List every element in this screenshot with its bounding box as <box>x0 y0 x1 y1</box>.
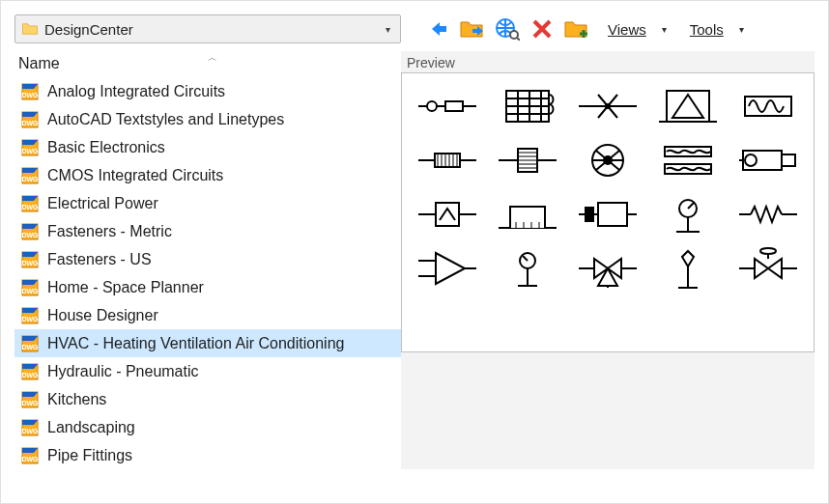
new-folder-button[interactable] <box>563 15 590 42</box>
list-item[interactable]: DWG Fasteners - Metric <box>14 217 401 245</box>
list-item[interactable]: DWG AutoCAD Textstyles and Linetypes <box>14 105 401 133</box>
preview-symbol[interactable] <box>497 247 558 290</box>
list-item[interactable]: DWG HVAC - Heating Ventilation Air Condi… <box>14 329 401 357</box>
dwg-icon: DWG <box>20 418 40 437</box>
svg-rect-42 <box>436 154 459 166</box>
designcenter-window: DesignCenter ▾ <box>0 0 829 504</box>
back-button[interactable] <box>424 15 451 42</box>
views-menu[interactable]: Views <box>608 21 646 38</box>
list-item[interactable]: DWG Landscaping <box>14 413 401 441</box>
preview-symbol[interactable] <box>416 193 478 236</box>
svg-rect-58 <box>585 207 594 222</box>
list-item-label: Pipe Fittings <box>47 447 132 464</box>
svg-rect-33 <box>445 101 463 111</box>
preview-symbol[interactable] <box>577 247 639 290</box>
preview-symbol[interactable] <box>416 85 478 127</box>
list-item-label: CMOS Integrated Circuits <box>47 167 223 184</box>
list-item[interactable]: DWG CMOS Integrated Circuits <box>14 161 401 189</box>
preview-symbol[interactable] <box>657 85 719 127</box>
preview-symbol[interactable] <box>737 247 799 290</box>
svg-text:DWG: DWG <box>21 204 39 210</box>
dwg-icon: DWG <box>20 334 40 353</box>
toolbar: DesignCenter ▾ <box>14 13 815 45</box>
tools-caret-icon[interactable]: ▾ <box>739 24 744 35</box>
svg-rect-55 <box>436 203 459 226</box>
svg-rect-52 <box>782 154 795 166</box>
preview-symbol[interactable] <box>657 139 719 182</box>
list-item[interactable]: DWG Home - Space Planner <box>14 273 401 301</box>
svg-text:DWG: DWG <box>21 316 39 322</box>
dwg-icon: DWG <box>20 194 40 213</box>
path-label: DesignCenter <box>44 21 382 38</box>
list-item-label: Hydraulic - Pneumatic <box>47 363 199 380</box>
list-item[interactable]: DWG Electrical Power <box>14 189 401 217</box>
list-item-label: House Designer <box>47 307 158 324</box>
svg-rect-39 <box>745 97 791 116</box>
tools-menu[interactable]: Tools <box>690 21 724 38</box>
preview-symbol[interactable] <box>416 139 478 182</box>
list-item[interactable]: DWG House Designer <box>14 301 401 329</box>
preview-symbol[interactable] <box>737 193 799 236</box>
list-item-label: HVAC - Heating Ventilation Air Condition… <box>47 335 344 352</box>
list-item-label: Landscaping <box>47 419 135 436</box>
dc-online-button[interactable] <box>494 15 521 42</box>
dwg-icon: DWG <box>20 390 40 409</box>
preview-symbol[interactable] <box>497 139 558 182</box>
dwg-icon: DWG <box>20 362 40 381</box>
folder-icon <box>21 20 39 38</box>
svg-point-1 <box>510 31 518 39</box>
svg-point-32 <box>427 101 437 111</box>
views-caret-icon[interactable]: ▾ <box>662 24 667 35</box>
svg-text:DWG: DWG <box>21 400 39 406</box>
svg-point-51 <box>745 154 757 166</box>
preview-symbol[interactable] <box>497 193 558 236</box>
file-list-panel: Name ︿ DWG Analog Integrated Circuits DW… <box>14 51 401 469</box>
list-item-label: Kitchens <box>47 391 106 408</box>
preview-symbol[interactable] <box>497 85 558 127</box>
svg-text:DWG: DWG <box>21 148 39 154</box>
globe-search-icon <box>495 17 520 41</box>
preview-symbol[interactable] <box>737 85 799 127</box>
dwg-icon: DWG <box>20 138 40 157</box>
list-item-label: Fasteners - US <box>47 251 152 268</box>
preview-symbol[interactable] <box>657 193 719 236</box>
x-red-icon <box>531 18 553 40</box>
dwg-icon: DWG <box>20 110 40 129</box>
svg-text:DWG: DWG <box>21 232 39 238</box>
preview-label: Preview <box>401 55 815 70</box>
path-combo[interactable]: DesignCenter ▾ <box>14 14 401 43</box>
chevron-down-icon[interactable]: ▾ <box>382 24 394 35</box>
preview-symbol[interactable] <box>577 85 639 127</box>
body: Name ︿ DWG Analog Integrated Circuits DW… <box>14 51 815 469</box>
preview-symbol[interactable] <box>577 139 639 182</box>
list-item[interactable]: DWG Fasteners - US <box>14 245 401 273</box>
svg-rect-59 <box>598 203 627 226</box>
folder-arrow-icon <box>460 18 485 40</box>
list-header-label: Name <box>18 55 60 71</box>
delete-button[interactable] <box>529 15 556 42</box>
list-item-label: Analog Integrated Circuits <box>47 83 225 100</box>
preview-symbol[interactable] <box>577 193 639 236</box>
dwg-icon: DWG <box>20 278 40 297</box>
preview-symbol[interactable] <box>657 247 719 290</box>
dwg-icon: DWG <box>20 250 40 269</box>
svg-text:DWG: DWG <box>21 120 39 126</box>
sort-caret-icon: ︿ <box>208 51 217 65</box>
dwg-icon: DWG <box>20 306 40 325</box>
list-header[interactable]: Name ︿ <box>14 51 401 77</box>
preview-symbol[interactable] <box>416 247 478 290</box>
svg-text:DWG: DWG <box>21 92 39 98</box>
svg-line-2 <box>517 38 520 41</box>
list-item[interactable]: DWG Basic Electronics <box>14 133 401 161</box>
dwg-icon: DWG <box>20 166 40 185</box>
preview-symbol[interactable] <box>737 139 799 182</box>
favorites-button[interactable] <box>459 15 486 42</box>
folder-plus-icon <box>564 18 589 40</box>
list-item[interactable]: DWG Analog Integrated Circuits <box>14 77 401 105</box>
list-item[interactable]: DWG Pipe Fittings <box>14 441 401 469</box>
list-item[interactable]: DWG Hydraulic - Pneumatic <box>14 357 401 385</box>
list-item[interactable]: DWG Kitchens <box>14 385 401 413</box>
svg-text:DWG: DWG <box>21 176 39 182</box>
dwg-icon: DWG <box>20 82 40 101</box>
svg-text:DWG: DWG <box>21 372 39 378</box>
